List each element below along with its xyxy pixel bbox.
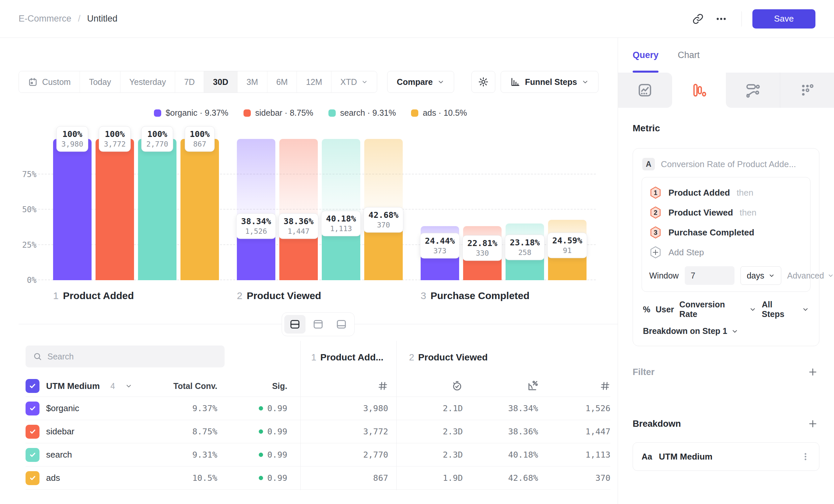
funnel-bar-search[interactable]: 40.18%1,113 bbox=[322, 139, 360, 280]
breadcrumb-project[interactable]: E-Commerce bbox=[19, 14, 71, 24]
step-row-1[interactable]: 1 Product Added then bbox=[649, 183, 803, 203]
range-label: 30D bbox=[213, 77, 228, 87]
measure-metric[interactable]: Conversion Rate bbox=[679, 300, 744, 319]
table-row-sidebar[interactable]: sidebar8.75%0.993,7722.3D38.36%1,447 bbox=[25, 420, 610, 443]
range-30d[interactable]: 30D bbox=[204, 71, 237, 92]
tab-flow-chart[interactable] bbox=[726, 73, 780, 108]
step-name: Purchase Completed bbox=[431, 290, 529, 301]
date-range-group: CustomTodayYesterday7D30D3M6M12MXTD bbox=[19, 71, 377, 93]
share-link-button[interactable] bbox=[686, 9, 709, 29]
cell-step2-pct: 42.68% bbox=[463, 473, 538, 483]
compare-button[interactable]: Compare bbox=[387, 71, 454, 93]
count-metric-header[interactable] bbox=[538, 381, 610, 391]
range-3m[interactable]: 3M bbox=[237, 71, 267, 92]
legend-item-$organic[interactable]: $organic · 9.37% bbox=[154, 108, 228, 118]
tab-funnel-chart[interactable] bbox=[672, 73, 726, 108]
range-yesterday[interactable]: Yesterday bbox=[120, 71, 175, 92]
bar-value-tooltip: 24.59%91 bbox=[547, 233, 587, 258]
property-options-button[interactable] bbox=[800, 452, 810, 462]
time-metric-header[interactable] bbox=[396, 380, 463, 392]
breakdown-property-name: UTM Medium bbox=[659, 452, 712, 462]
select-all-checkbox[interactable] bbox=[25, 379, 40, 393]
check-icon bbox=[29, 428, 37, 435]
window-value-input[interactable] bbox=[685, 266, 734, 285]
chart-type-selector[interactable]: Funnel Steps bbox=[501, 71, 598, 93]
more-menu-button[interactable] bbox=[709, 9, 733, 29]
legend-item-search[interactable]: search · 9.31% bbox=[328, 108, 396, 118]
row-checkbox[interactable] bbox=[25, 425, 40, 439]
view-table-only-button[interactable] bbox=[331, 315, 352, 334]
add-breakdown-button[interactable] bbox=[806, 417, 819, 430]
range-7d[interactable]: 7D bbox=[175, 71, 204, 92]
range-6m[interactable]: 6M bbox=[267, 71, 297, 92]
table-search[interactable] bbox=[25, 345, 225, 367]
cell-total-conv: 10.5% bbox=[148, 473, 217, 483]
breakdown-on-row[interactable]: Breakdown on Step 1 bbox=[642, 326, 810, 337]
tab-retention-grid[interactable] bbox=[780, 73, 834, 108]
chevron-down-icon bbox=[361, 78, 368, 85]
cell-significance: 0.99 bbox=[217, 404, 287, 413]
range-custom[interactable]: Custom bbox=[19, 71, 80, 92]
funnel-bar-search[interactable]: 23.18%258 bbox=[506, 139, 544, 280]
advanced-toggle[interactable]: Advanced bbox=[787, 271, 834, 280]
funnel-bar-$organic[interactable]: 38.34%1,526 bbox=[237, 139, 275, 280]
row-checkbox[interactable] bbox=[25, 448, 40, 462]
row-checkbox[interactable] bbox=[25, 471, 40, 485]
total-conv-header[interactable]: Total Conv. bbox=[148, 381, 217, 391]
range-today[interactable]: Today bbox=[80, 71, 120, 92]
group-column-label: UTM Medium bbox=[46, 381, 100, 391]
tab-line-chart[interactable] bbox=[618, 73, 672, 108]
table-row-search[interactable]: search9.31%0.992,7702.3D40.18%1,113 bbox=[25, 443, 610, 466]
step-row-2[interactable]: 2 Product Viewed then bbox=[649, 203, 803, 223]
funnel-bar-sidebar[interactable]: 38.36%1,447 bbox=[279, 139, 318, 280]
view-chart-only-button[interactable] bbox=[308, 315, 329, 334]
chevron-down-icon[interactable] bbox=[749, 306, 756, 313]
sig-header[interactable]: Sig. bbox=[217, 381, 287, 391]
funnel-bar-sidebar[interactable]: 100%3,772 bbox=[95, 139, 134, 280]
save-button[interactable]: Save bbox=[752, 9, 815, 28]
metric-summary-row[interactable]: A Conversion Rate of Product Adde... bbox=[642, 158, 810, 170]
tab-query[interactable]: Query bbox=[633, 50, 659, 60]
conversion-metric-header[interactable] bbox=[463, 380, 538, 392]
tab-chart[interactable]: Chart bbox=[678, 50, 700, 60]
panel-tabs: Query Chart bbox=[618, 38, 834, 73]
step-row-3[interactable]: 3 Purchase Completed bbox=[649, 223, 803, 243]
check-icon bbox=[29, 474, 37, 482]
add-filter-button[interactable] bbox=[806, 365, 819, 379]
tooltip-conversion-pct: 42.68% bbox=[369, 210, 398, 220]
measure-entity[interactable]: User bbox=[656, 305, 674, 314]
funnel-bar-ads[interactable]: 24.59%91 bbox=[548, 139, 587, 280]
funnel-bar-ads[interactable]: 100%867 bbox=[180, 139, 219, 280]
funnel-bar-sidebar[interactable]: 22.81%330 bbox=[463, 139, 502, 280]
table-row-ads[interactable]: ads10.5%0.998671.9D42.68%370 bbox=[25, 466, 610, 489]
legend-item-ads[interactable]: ads · 10.5% bbox=[411, 108, 467, 118]
window-unit-select[interactable]: days bbox=[741, 266, 781, 285]
view-split-button[interactable] bbox=[284, 315, 306, 334]
range-label: 6M bbox=[276, 77, 288, 87]
breakdown-property-card[interactable]: Aa UTM Medium bbox=[633, 442, 819, 471]
main-area: CustomTodayYesterday7D30D3M6M12MXTD Comp… bbox=[0, 38, 618, 504]
measure-scope[interactable]: All Steps bbox=[762, 300, 796, 319]
funnel-bar-$organic[interactable]: 24.44%373 bbox=[421, 139, 459, 280]
chevron-down-icon[interactable] bbox=[802, 306, 809, 313]
funnel-bar-ads[interactable]: 42.68%370 bbox=[364, 139, 403, 280]
chevron-down-icon[interactable] bbox=[125, 382, 132, 390]
legend-item-sidebar[interactable]: sidebar · 8.75% bbox=[243, 108, 313, 118]
funnel-step-label: 3Purchase Completed bbox=[421, 290, 587, 301]
range-12m[interactable]: 12M bbox=[297, 71, 331, 92]
cell-significance: 0.99 bbox=[217, 427, 287, 436]
table-row-$organic[interactable]: $organic9.37%0.993,9802.1D38.34%1,526 bbox=[25, 396, 610, 420]
y-axis-tick: 0% bbox=[0, 276, 37, 285]
step-name: Product Added bbox=[63, 290, 134, 301]
search-input[interactable] bbox=[47, 352, 217, 361]
count-metric-header[interactable] bbox=[287, 381, 396, 391]
funnel-bar-$organic[interactable]: 100%3,980 bbox=[53, 139, 92, 280]
add-step-row[interactable]: Add Step bbox=[649, 243, 803, 262]
breadcrumb-title[interactable]: Untitled bbox=[87, 14, 118, 24]
tooltip-count: 91 bbox=[552, 246, 582, 255]
row-checkbox[interactable] bbox=[25, 402, 40, 415]
range-xtd[interactable]: XTD bbox=[331, 71, 377, 92]
funnel-bar-search[interactable]: 100%2,770 bbox=[138, 139, 176, 280]
chart-settings-button[interactable] bbox=[471, 71, 495, 93]
group-column-header[interactable]: UTM Medium 4 bbox=[25, 379, 148, 393]
